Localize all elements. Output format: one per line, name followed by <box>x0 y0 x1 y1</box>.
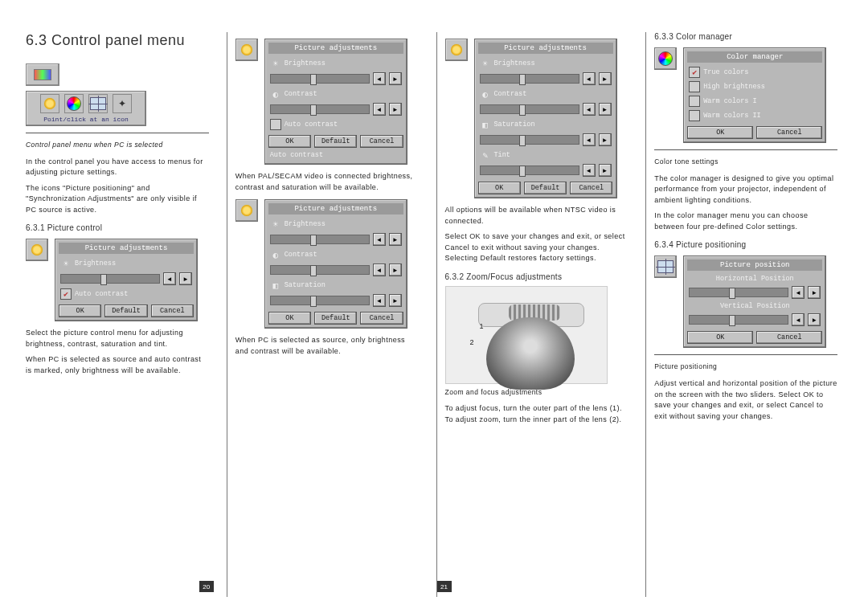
figure-zoom-focus: 1 2 <box>445 286 608 384</box>
sun-icon: ☀ <box>60 258 72 269</box>
row-contrast: Contrast <box>285 90 317 98</box>
brightness-slider[interactable] <box>60 274 160 284</box>
ok-button[interactable]: OK <box>268 312 311 325</box>
ok-button[interactable]: OK <box>687 331 753 344</box>
contrast-icon: ◐ <box>270 88 281 100</box>
brightness-slider[interactable] <box>270 74 370 84</box>
cancel-button[interactable]: Cancel <box>360 312 403 325</box>
ok-button[interactable]: OK <box>687 126 753 139</box>
left-arrow-button[interactable]: ◄ <box>373 233 386 246</box>
heading-6-3-4: 6.3.4 Picture positioning <box>654 240 837 249</box>
vertical-slider[interactable] <box>689 315 788 325</box>
dialog-title: Picture adjustments <box>478 43 613 54</box>
heading-6-3-1: 6.3.1 Picture control <box>26 223 209 232</box>
column-2: Picture adjustments ☀Brightness ◄► ◐Cont… <box>227 32 424 597</box>
para-pc2: When PC is selected as source and auto c… <box>26 354 209 376</box>
left-arrow-button[interactable]: ◄ <box>583 72 596 85</box>
tint-slider[interactable] <box>480 166 579 175</box>
right-arrow-button[interactable]: ► <box>389 233 402 246</box>
saturation-slider[interactable] <box>480 135 579 145</box>
lens-label-1: 1 <box>480 322 484 330</box>
lens-label-2: 2 <box>470 338 474 346</box>
dialog-picture-adjustments-medium: Picture adjustments ☀Brightness ◄► ◐Cont… <box>264 39 407 165</box>
para-color2: In the color manager menu you can choose… <box>654 210 837 232</box>
contrast-icon: ◐ <box>270 249 281 260</box>
ok-button[interactable]: OK <box>59 304 101 317</box>
para-pos: Adjust vertical and horizontal position … <box>654 378 837 422</box>
horizontal-slider[interactable] <box>689 288 788 297</box>
right-arrow-button[interactable]: ► <box>389 294 402 307</box>
left-arrow-button[interactable]: ◄ <box>373 103 386 116</box>
row-auto-contrast: Auto contrast <box>285 121 338 129</box>
picture-control-iconblock <box>445 39 468 61</box>
row-contrast: Contrast <box>494 90 527 98</box>
right-arrow-button[interactable]: ► <box>599 133 612 146</box>
left-arrow-button[interactable]: ◄ <box>792 286 805 299</box>
color-icon[interactable] <box>64 94 84 113</box>
auto-contrast-checkbox[interactable] <box>270 119 281 130</box>
ok-button[interactable]: OK <box>268 135 311 148</box>
warm-colors-2-checkbox[interactable] <box>689 110 700 121</box>
cancel-button[interactable]: Cancel <box>570 182 612 194</box>
heading-6-3-3: 6.3.3 Color manager <box>654 32 837 41</box>
left-arrow-button[interactable]: ◄ <box>583 133 596 146</box>
dialog-color-manager: Color manager ✔True colors High brightne… <box>683 47 826 143</box>
row-contrast: Contrast <box>285 251 317 259</box>
position-icon[interactable] <box>88 94 108 113</box>
true-colors-checkbox[interactable]: ✔ <box>689 67 700 78</box>
right-arrow-button[interactable]: ► <box>389 103 402 116</box>
default-button[interactable]: Default <box>314 312 357 325</box>
contrast-slider[interactable] <box>480 104 579 114</box>
right-arrow-button[interactable]: ► <box>599 72 612 85</box>
dialog-picture-position: Picture position Horizontal Position ◄► … <box>683 255 826 348</box>
sync-icon[interactable]: ✦ <box>113 94 132 113</box>
right-arrow-button[interactable]: ► <box>599 103 612 116</box>
saturation-slider[interactable] <box>270 296 370 305</box>
high-brightness-checkbox[interactable] <box>689 81 700 92</box>
para-zoom: To adjust focus, turn the outer part of … <box>445 403 628 425</box>
contrast-slider[interactable] <box>270 265 370 275</box>
para-cp1: In the control panel you have access to … <box>26 157 209 178</box>
right-arrow-button[interactable]: ► <box>389 264 402 276</box>
sun-icon[interactable] <box>40 94 59 113</box>
right-arrow-button[interactable]: ► <box>808 286 821 299</box>
right-arrow-button[interactable]: ► <box>599 164 612 177</box>
dialog-picture-adjustments-3rows: Picture adjustments ☀Brightness ◄► ◐Cont… <box>264 199 407 329</box>
cancel-button[interactable]: Cancel <box>151 304 194 317</box>
picture-position-iconblock <box>654 255 677 278</box>
left-arrow-button[interactable]: ◄ <box>583 103 596 116</box>
color-icon <box>658 51 673 66</box>
left-arrow-button[interactable]: ◄ <box>163 272 176 285</box>
left-arrow-button[interactable]: ◄ <box>373 72 386 85</box>
ok-button[interactable]: OK <box>478 182 521 194</box>
auto-contrast-checkbox[interactable]: ✔ <box>60 288 72 300</box>
warm-colors-1-checkbox[interactable] <box>689 96 700 107</box>
saturation-icon: ◧ <box>480 119 491 130</box>
palette-icon <box>34 69 51 80</box>
heading-6-3-2: 6.3.2 Zoom/Focus adjustments <box>445 272 628 281</box>
right-arrow-button[interactable]: ► <box>808 313 821 326</box>
cancel-button[interactable]: Cancel <box>756 126 822 139</box>
para-col2b: When PC is selected as source, only brig… <box>235 335 419 357</box>
default-button[interactable]: Default <box>104 304 147 317</box>
default-button[interactable]: Default <box>524 182 567 194</box>
left-arrow-button[interactable]: ◄ <box>373 294 386 307</box>
para-color1: The color manager is designed to give yo… <box>654 174 837 206</box>
default-button[interactable]: Default <box>314 135 357 148</box>
para-col3a: All options will be available when NTSC … <box>445 205 628 227</box>
left-arrow-button[interactable]: ◄ <box>583 164 596 177</box>
right-arrow-button[interactable]: ► <box>389 72 402 85</box>
row-brightness: Brightness <box>494 59 535 67</box>
left-arrow-button[interactable]: ◄ <box>792 313 805 326</box>
cancel-button[interactable]: Cancel <box>360 135 403 148</box>
dialog-picture-adjustments-short: Picture adjustments ☀Brightness ◄► ✔Auto… <box>55 239 198 321</box>
brightness-slider[interactable] <box>480 74 579 84</box>
cancel-button[interactable]: Cancel <box>756 331 822 344</box>
contrast-slider[interactable] <box>270 104 370 114</box>
right-arrow-button[interactable]: ► <box>179 272 192 285</box>
left-arrow-button[interactable]: ◄ <box>373 264 386 276</box>
brightness-slider[interactable] <box>270 235 370 244</box>
column-1: 6.3 Control panel menu ✦ Point/click at … <box>26 32 214 597</box>
caption-control-panel: Control panel menu when PC is selected <box>26 140 209 150</box>
row-brightness: Brightness <box>75 260 116 268</box>
